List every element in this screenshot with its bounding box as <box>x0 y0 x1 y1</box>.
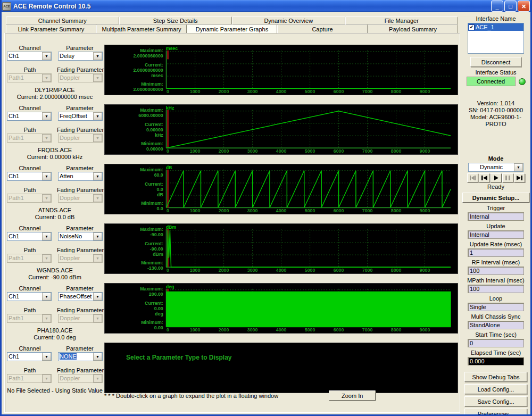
svg-text:3000: 3000 <box>247 268 258 273</box>
parameter-label: Parameter <box>57 45 103 51</box>
svg-text:2.0000060000: 2.0000060000 <box>134 53 163 59</box>
svg-text:7000: 7000 <box>362 208 373 213</box>
connection-status-badge: Connected <box>467 77 516 86</box>
chevron-down-icon[interactable]: ▼ <box>42 112 51 120</box>
svg-text:3000: 3000 <box>247 327 258 332</box>
preferences-button[interactable]: Preferences... <box>464 409 527 416</box>
svg-text:6000: 6000 <box>334 148 344 154</box>
chevron-down-icon[interactable]: ▼ <box>42 52 51 60</box>
svg-text:Current:: Current: <box>145 301 163 306</box>
chevron-down-icon[interactable]: ▼ <box>93 232 102 240</box>
fading-parameter-label: Fading Parameter <box>57 127 103 133</box>
field-elapsed-time-sec[interactable]: 0.000 <box>468 357 524 365</box>
channel-dropdown-6[interactable]: Ch1▼ <box>7 352 52 361</box>
mode-dropdown[interactable]: Dynamic ▼ <box>468 163 523 172</box>
graph-panel-delay[interactable]: 0100020003000400050006000700080009000mse… <box>104 45 458 95</box>
chevron-down-icon[interactable]: ▼ <box>42 353 51 361</box>
tab-link-parameter-summary[interactable]: Link Parameter Summary <box>6 24 96 34</box>
field-update-rate-msec[interactable]: 1 <box>468 248 524 257</box>
field-trigger[interactable]: Internal <box>468 212 524 221</box>
chevron-down-icon[interactable]: ▼ <box>93 172 102 180</box>
fading-parameter-label: Fading Parameter <box>57 367 103 373</box>
path-dropdown-1: Path1▼ <box>7 73 52 82</box>
graph-panel-empty[interactable]: Select a Parameter Type to Display <box>104 343 458 393</box>
maximize-button[interactable]: □ <box>504 1 517 12</box>
path-dropdown-4-value: Path1 <box>7 254 42 262</box>
chevron-down-icon[interactable]: ▼ <box>93 52 102 60</box>
parameter-dropdown-1[interactable]: Delay▼ <box>58 52 103 61</box>
graph-empty-message: Select a Parameter Type to Display <box>105 343 458 361</box>
parameter-dropdown-3-value: Atten <box>59 172 93 180</box>
disconnect-button[interactable]: Disconnect <box>470 57 521 67</box>
field-loop[interactable]: Single <box>468 303 524 311</box>
save-config-button[interactable]: Save Config... <box>464 396 527 406</box>
tab-step-size-details[interactable]: Step Size Details <box>119 16 232 24</box>
tab-channel-summary[interactable]: Channel Summary <box>6 16 119 24</box>
field-mpath-interval-msec[interactable]: 100 <box>468 285 524 293</box>
interface-name-value: ACE_1 <box>476 24 494 30</box>
parameter-dropdown-3[interactable]: Atten▼ <box>58 172 103 181</box>
channel-dropdown-1[interactable]: Ch1▼ <box>7 52 52 61</box>
dynamic-setup-button[interactable]: Dynamic Setup... <box>462 193 529 203</box>
channel-dropdown-4[interactable]: Ch1▼ <box>7 232 52 241</box>
field-update[interactable]: Internal <box>468 230 524 239</box>
dynamic-settings-fields: TriggerInternalUpdateInternalUpdate Rate… <box>461 205 530 365</box>
tab-capture[interactable]: Capture <box>277 24 368 34</box>
title-bar[interactable]: ACE ACE Remote Control 10.5 _ □ ✕ <box>0 0 532 12</box>
field-rf-interval-msec[interactable]: 100 <box>468 267 524 275</box>
svg-text:1000: 1000 <box>190 89 201 94</box>
parameter-dropdown-6[interactable]: NONE▼ <box>58 352 103 361</box>
minimize-button[interactable]: _ <box>491 1 503 12</box>
chevron-down-icon[interactable]: ▼ <box>42 293 51 301</box>
fading-dropdown-5-value: Doppler <box>59 314 93 322</box>
chevron-down-icon[interactable]: ▼ <box>514 163 523 171</box>
show-debug-tabs-button[interactable]: Show Debug Tabs <box>464 372 527 382</box>
step-back-button[interactable] <box>479 173 490 182</box>
parameter-dropdown-4[interactable]: NoiseNo▼ <box>58 232 103 241</box>
graph-panel-freqoffset[interactable]: 0100020003000400050006000700080009000kHz… <box>104 104 458 155</box>
parameter-dropdown-2[interactable]: FreqOffset▼ <box>58 112 103 121</box>
channel-label: Channel <box>7 225 53 231</box>
close-button[interactable]: ✕ <box>518 1 530 12</box>
channel-label: Channel <box>7 285 53 292</box>
maximize-icon: □ <box>509 4 512 9</box>
rewind-to-start-button <box>467 173 478 182</box>
graph-panel-phaseoffset[interactable]: 0100020003000400050006000700080009000deg… <box>104 283 458 334</box>
parameter-section-2: ChannelParameterCh1▼FreqOffset▼PathFadin… <box>6 105 104 165</box>
tab-payload-summary[interactable]: Payload Summary <box>368 24 458 34</box>
graph-plot-phaseoffset: 0100020003000400050006000700080009000deg… <box>105 284 458 333</box>
load-config-button[interactable]: Load Config... <box>464 384 527 394</box>
channel-dropdown-2[interactable]: Ch1▼ <box>7 112 52 121</box>
chevron-down-icon[interactable]: ▼ <box>42 232 51 240</box>
channel-dropdown-3[interactable]: Ch1▼ <box>7 172 52 181</box>
tab-file-manager[interactable]: File Manager <box>345 16 459 24</box>
path-dropdown-5: Path1▼ <box>7 314 52 323</box>
graph-panel-noiseno[interactable]: 0100020003000400050006000700080009000dBm… <box>104 223 458 274</box>
play-button[interactable] <box>491 173 502 182</box>
chevron-down-icon[interactable]: ▼ <box>93 293 102 301</box>
channel-dropdown-5[interactable]: Ch1▼ <box>7 292 52 301</box>
interface-name-label: Interface Name <box>461 15 530 22</box>
tab-dynamic-overview[interactable]: Dynamic Overview <box>232 16 345 24</box>
skip-to-end-button[interactable] <box>514 173 525 182</box>
chevron-down-icon[interactable]: ▼ <box>93 112 102 120</box>
zoom-in-button[interactable]: Zoom In <box>329 390 376 401</box>
svg-text:6000: 6000 <box>334 268 344 273</box>
parameter-dropdown-5[interactable]: PhaseOffset▼ <box>58 292 103 301</box>
svg-text:2000: 2000 <box>219 89 229 94</box>
svg-text:6000: 6000 <box>334 208 344 213</box>
svg-text:7000: 7000 <box>362 327 373 332</box>
interface-listbox[interactable]: ✔ACE_1 <box>468 23 524 54</box>
field-multi-chassis-sync[interactable]: StandAlone <box>468 321 524 329</box>
svg-text:1000: 1000 <box>190 268 201 273</box>
checkbox-icon[interactable]: ✔ <box>469 24 475 30</box>
interface-list-item-ace-1[interactable]: ✔ACE_1 <box>468 23 523 31</box>
tab-multipath-parameter-summary[interactable]: Multipath Parameter Summary <box>96 24 187 34</box>
graph-panel-atten[interactable]: 0100020003000400050006000700080009000dBM… <box>104 164 458 214</box>
tab-dynamic-parameter-graphs[interactable]: Dynamic Parameter Graphs <box>187 24 277 34</box>
chevron-down-icon[interactable]: ▼ <box>93 353 102 361</box>
transport-controls <box>461 173 530 182</box>
field-start-time-sec[interactable]: 0 <box>468 339 524 347</box>
channel-dropdown-1-value: Ch1 <box>7 52 42 60</box>
chevron-down-icon[interactable]: ▼ <box>42 172 51 180</box>
